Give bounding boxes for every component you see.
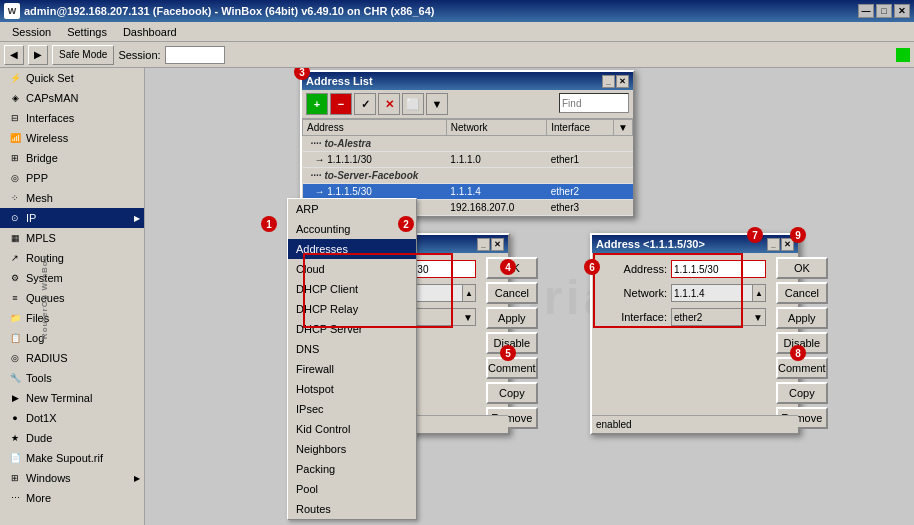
sidebar-item-tools[interactable]: 🔧 Tools	[0, 368, 144, 388]
radius-icon: ◎	[8, 351, 22, 365]
sidebar-label-quick-set: Quick Set	[26, 72, 74, 84]
menu-session[interactable]: Session	[4, 24, 59, 40]
windows-icon: ⊞	[8, 471, 22, 485]
sidebar-item-dude[interactable]: ★ Dude	[0, 428, 144, 448]
sidebar-item-ip[interactable]: ⊙ IP ▶	[0, 208, 144, 228]
ctx-neighbors[interactable]: Neighbors	[288, 439, 416, 459]
add-address-button[interactable]: +	[306, 93, 328, 115]
sidebar-item-capsman[interactable]: ◈ CAPsMAN	[0, 88, 144, 108]
table-row[interactable]: → 1.1.1.1/30 1.1.1.0 ether1	[303, 152, 633, 168]
interfaces-icon: ⊟	[8, 111, 22, 125]
ctx-hotspot[interactable]: Hotspot	[288, 379, 416, 399]
cancel-button-right[interactable]: Cancel	[776, 282, 828, 304]
network-up-right[interactable]: ▲	[752, 284, 766, 302]
filter-button[interactable]: ▼	[426, 93, 448, 115]
address-list-close[interactable]: ✕	[616, 75, 629, 88]
close-button[interactable]: ✕	[894, 4, 910, 18]
sidebar-item-wireless[interactable]: 📶 Wireless	[0, 128, 144, 148]
copy-button-right[interactable]: Copy	[776, 382, 828, 404]
comment-button-right[interactable]: Comment	[776, 357, 828, 379]
addr-right-title: Address <1.1.1.5/30>	[596, 238, 705, 250]
cancel-button-left[interactable]: Cancel	[486, 282, 538, 304]
safe-mode-button[interactable]: Safe Mode	[52, 45, 114, 65]
sidebar-item-quick-set[interactable]: ⚡ Quick Set	[0, 68, 144, 88]
remove-address-button[interactable]: −	[330, 93, 352, 115]
menu-settings[interactable]: Settings	[59, 24, 115, 40]
app-icon: W	[4, 3, 20, 19]
sidebar-item-windows[interactable]: ⊞ Windows ▶	[0, 468, 144, 488]
settings-button[interactable]: ⬜	[402, 93, 424, 115]
apply-button-left[interactable]: Apply	[486, 307, 538, 329]
cross-button[interactable]: ✕	[378, 93, 400, 115]
address-row-right: Address:	[596, 257, 772, 281]
ctx-dhcp-client[interactable]: DHCP Client	[288, 279, 416, 299]
addr-left-buttons: OK Cancel Apply Disable Comment Copy Rem…	[486, 257, 538, 429]
addr-right-form: Address: Network: ▲ Interface: ether2	[596, 257, 772, 429]
sidebar-item-files[interactable]: 📁 Files	[0, 308, 144, 328]
sidebar-item-new-terminal[interactable]: ▶ New Terminal	[0, 388, 144, 408]
check-button[interactable]: ✓	[354, 93, 376, 115]
sidebar-item-ppp[interactable]: ◎ PPP	[0, 168, 144, 188]
session-input[interactable]	[165, 46, 225, 64]
network-input-right[interactable]	[671, 284, 752, 302]
sidebar-item-mpls[interactable]: ▦ MPLS	[0, 228, 144, 248]
title-bar: W admin@192.168.207.131 (Facebook) - Win…	[0, 0, 914, 22]
ok-button-right[interactable]: OK	[776, 257, 828, 279]
addr-right-minimize[interactable]: _	[767, 238, 780, 251]
sidebar-item-system[interactable]: ⚙ System	[0, 268, 144, 288]
ctx-kid-control[interactable]: Kid Control	[288, 419, 416, 439]
mesh-icon: ⁘	[8, 191, 22, 205]
ctx-packing[interactable]: Packing	[288, 459, 416, 479]
col-dropdown[interactable]: ▼	[614, 120, 633, 136]
ctx-routes[interactable]: Routes	[288, 499, 416, 519]
apply-button-right[interactable]: Apply	[776, 307, 828, 329]
forward-button[interactable]: ▶	[28, 45, 48, 65]
sidebar-item-dot1x[interactable]: ● Dot1X	[0, 408, 144, 428]
address-list-title: Address List	[306, 75, 373, 87]
address-search[interactable]	[559, 93, 629, 113]
ctx-firewall[interactable]: Firewall	[288, 359, 416, 379]
sidebar-item-queues[interactable]: ≡ Queues	[0, 288, 144, 308]
network-field-right: ▲	[671, 284, 766, 302]
ctx-dhcp-server[interactable]: DHCP Server	[288, 319, 416, 339]
minimize-button[interactable]: —	[858, 4, 874, 18]
sidebar-item-make-supout[interactable]: 📄 Make Supout.rif	[0, 448, 144, 468]
table-row[interactable]: ···· to-Alestra	[303, 136, 633, 152]
comment-button-left[interactable]: Comment	[486, 357, 538, 379]
address-list-titlebar: Address List _ ✕	[302, 72, 633, 90]
menu-dashboard[interactable]: Dashboard	[115, 24, 185, 40]
ctx-accounting[interactable]: Accounting	[288, 219, 416, 239]
address-input-right[interactable]	[671, 260, 766, 278]
sidebar-item-log[interactable]: 📋 Log	[0, 328, 144, 348]
sidebar-label-windows: Windows	[26, 472, 71, 484]
sidebar-item-interfaces[interactable]: ⊟ Interfaces	[0, 108, 144, 128]
addr-left-close[interactable]: ✕	[491, 238, 504, 251]
ctx-dns[interactable]: DNS	[288, 339, 416, 359]
back-button[interactable]: ◀	[4, 45, 24, 65]
address-dialog-right: 6 7 8 9 Address <1.1.1.5/30> _ ✕ Address…	[590, 233, 800, 435]
network-up-left[interactable]: ▲	[462, 284, 476, 302]
badge-5: 5	[500, 345, 516, 361]
sidebar-item-routing[interactable]: ↗ Routing	[0, 248, 144, 268]
sidebar-item-radius[interactable]: ◎ RADIUS	[0, 348, 144, 368]
addr-left-minimize[interactable]: _	[477, 238, 490, 251]
ctx-arp[interactable]: ARP	[288, 199, 416, 219]
col-address: Address	[303, 120, 447, 136]
ctx-dhcp-relay[interactable]: DHCP Relay	[288, 299, 416, 319]
ctx-addresses[interactable]: Addresses	[288, 239, 416, 259]
table-row[interactable]: ···· to-Server-Facebook	[303, 168, 633, 184]
connection-indicator	[896, 48, 910, 62]
ctx-cloud[interactable]: Cloud	[288, 259, 416, 279]
sidebar-item-more[interactable]: ⋯ More	[0, 488, 144, 508]
maximize-button[interactable]: □	[876, 4, 892, 18]
copy-button-left[interactable]: Copy	[486, 382, 538, 404]
sidebar-label-interfaces: Interfaces	[26, 112, 74, 124]
interface-select-right[interactable]: ether2 ▼	[671, 308, 766, 326]
sidebar-item-bridge[interactable]: ⊞ Bridge	[0, 148, 144, 168]
ctx-ipsec[interactable]: IPsec	[288, 399, 416, 419]
address-list-minimize[interactable]: _	[602, 75, 615, 88]
content-area: Tutorial ARP Accounting Addresses Cloud …	[145, 68, 914, 525]
address-list-controls: _ ✕	[602, 75, 629, 88]
sidebar-item-mesh[interactable]: ⁘ Mesh	[0, 188, 144, 208]
ctx-pool[interactable]: Pool	[288, 479, 416, 499]
